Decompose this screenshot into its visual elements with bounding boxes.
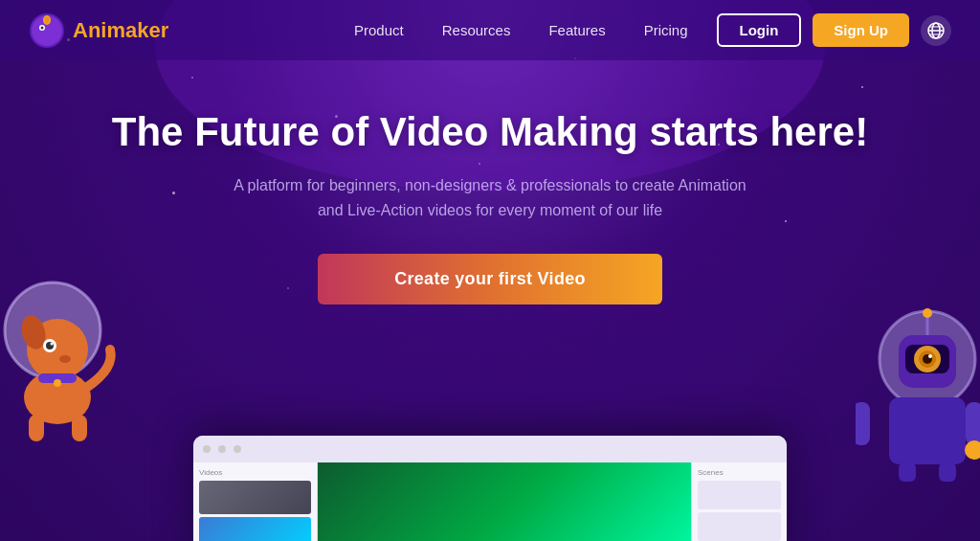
nav-features[interactable]: Features xyxy=(548,22,605,38)
app-preview: Videos Scenes xyxy=(193,436,787,541)
svg-rect-32 xyxy=(856,402,870,445)
mascot-dog xyxy=(0,273,124,445)
video-thumb-2 xyxy=(199,517,311,541)
svg-rect-31 xyxy=(966,402,980,445)
svg-rect-35 xyxy=(939,462,956,482)
svg-rect-30 xyxy=(889,397,966,464)
login-button[interactable]: Login xyxy=(717,13,802,47)
svg-rect-34 xyxy=(899,462,916,482)
svg-point-22 xyxy=(54,379,61,387)
svg-point-37 xyxy=(923,308,932,318)
svg-point-5 xyxy=(45,16,50,23)
language-selector-button[interactable] xyxy=(921,15,951,46)
svg-point-18 xyxy=(59,355,71,363)
nav-links: Product Resources Features Pricing xyxy=(354,22,687,38)
toolbar-dot-3 xyxy=(234,445,241,453)
logo[interactable]: Animaker xyxy=(29,12,168,49)
scene-1 xyxy=(698,481,781,509)
app-canvas xyxy=(318,462,691,541)
logo-icon xyxy=(29,12,65,49)
app-right-panel: Scenes xyxy=(691,462,787,541)
nav-actions: Login Sign Up xyxy=(717,13,952,47)
signup-button[interactable]: Sign Up xyxy=(813,13,909,47)
svg-point-33 xyxy=(965,440,980,460)
sidebar-label: Videos xyxy=(199,468,311,477)
navigation: Animaker Product Resources Features Pric… xyxy=(0,0,980,60)
video-thumb-1 xyxy=(199,481,311,514)
globe-icon xyxy=(927,22,945,39)
app-sidebar: Videos xyxy=(193,462,318,541)
logo-text: Animaker xyxy=(73,18,168,43)
scene-2 xyxy=(698,512,781,541)
mascot-robot xyxy=(856,292,980,484)
right-panel-label: Scenes xyxy=(698,468,781,477)
svg-rect-19 xyxy=(29,415,44,441)
app-toolbar xyxy=(193,436,787,462)
svg-point-3 xyxy=(41,26,44,29)
nav-product[interactable]: Product xyxy=(354,22,404,38)
svg-rect-20 xyxy=(72,415,87,441)
app-body: Videos Scenes xyxy=(193,462,787,541)
toolbar-dot-1 xyxy=(203,445,211,453)
nav-resources[interactable]: Resources xyxy=(442,22,511,38)
nav-pricing[interactable]: Pricing xyxy=(644,22,688,38)
hero-subtitle: A platform for beginners, non-designers … xyxy=(0,173,980,222)
hero-section: The Future of Video Making starts here! … xyxy=(0,60,980,304)
toolbar-dot-2 xyxy=(218,445,226,453)
svg-point-17 xyxy=(51,343,54,346)
svg-point-29 xyxy=(928,354,932,358)
hero-title: The Future of Video Making starts here! xyxy=(0,108,980,156)
cta-button[interactable]: Create your first Video xyxy=(318,254,662,304)
